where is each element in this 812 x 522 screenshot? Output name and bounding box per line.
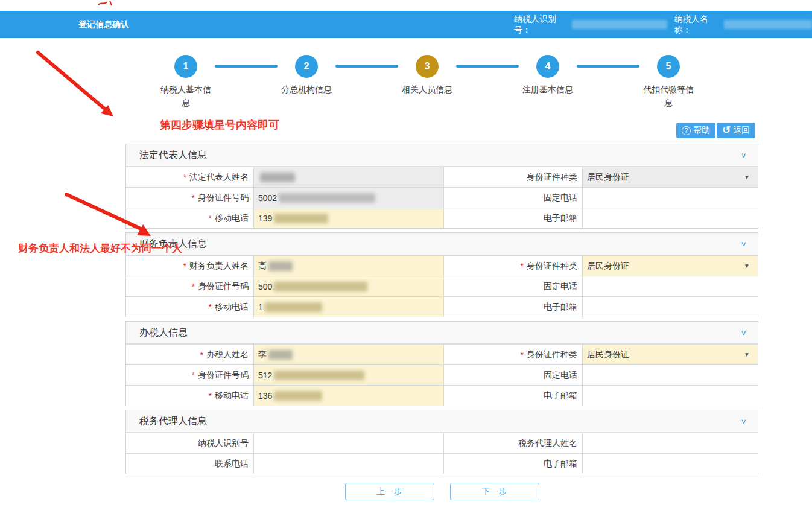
field-label-text: 固定电话 — [544, 193, 577, 203]
registration-form: 法定代表人信息∨*法定代表人姓名身份证件种类居民身份证▼*身份证件号码5002固… — [125, 144, 758, 478]
field-label-text: 身份证件种类 — [527, 261, 577, 272]
select-value: 居民身份证 — [587, 349, 629, 360]
input-field[interactable] — [582, 276, 758, 296]
value-prefix: 高 — [258, 261, 267, 272]
section-title: 财务负责人信息 — [139, 238, 741, 250]
required-star-icon: * — [183, 173, 186, 182]
previous-step-button[interactable]: 上一步 — [345, 483, 434, 500]
field-label: 身份证件种类 — [443, 167, 582, 187]
form-section: 办税人信息∨*办税人姓名李*身份证件种类居民身份证▼*身份证件号码512固定电话… — [125, 321, 758, 406]
select-field[interactable]: 居民身份证▼ — [582, 256, 758, 276]
required-star-icon: * — [192, 193, 195, 203]
input-field[interactable] — [253, 167, 443, 187]
required-star-icon: * — [200, 350, 203, 360]
section-header: 税务代理人信息∨ — [126, 410, 758, 433]
table-row: 联系电话电子邮箱 — [126, 453, 758, 474]
input-field[interactable] — [582, 386, 758, 406]
section-title: 税务代理人信息 — [139, 415, 741, 428]
input-field[interactable]: 500 — [253, 276, 443, 296]
input-field[interactable] — [582, 297, 758, 317]
required-star-icon: * — [209, 214, 212, 223]
value-prefix: 500 — [258, 282, 272, 291]
select-value: 居民身份证 — [587, 261, 629, 272]
required-star-icon: * — [209, 391, 212, 401]
input-field[interactable]: 139 — [253, 208, 443, 228]
field-label: *办税人姓名 — [126, 345, 253, 364]
field-label-text: 办税人姓名 — [206, 349, 249, 360]
input-field[interactable]: 李 — [253, 345, 443, 364]
form-section: 财务负责人信息∨*财务负责人姓名高*身份证件种类居民身份证▼*身份证件号码500… — [125, 232, 758, 317]
input-field[interactable]: 512 — [253, 365, 443, 385]
table-row: *身份证件号码500固定电话 — [126, 276, 758, 296]
field-label-text: 身份证件种类 — [527, 349, 577, 360]
table-row: *身份证件号码512固定电话 — [126, 364, 758, 385]
required-star-icon: * — [521, 350, 524, 360]
chevron-down-icon[interactable]: ∨ — [741, 151, 747, 159]
field-label-text: 电子邮箱 — [544, 213, 577, 224]
field-label: *身份证件号码 — [126, 188, 253, 208]
field-label: *移动电话 — [126, 208, 253, 228]
step-circle-3[interactable]: 3 — [416, 55, 439, 78]
input-field[interactable] — [582, 433, 758, 453]
input-field[interactable]: 5002 — [253, 188, 443, 208]
input-field[interactable] — [253, 454, 443, 474]
field-label-text: 法定代表人姓名 — [189, 172, 249, 183]
input-field[interactable] — [582, 188, 758, 208]
field-label: 电子邮箱 — [443, 297, 582, 317]
back-button[interactable]: ↺ 返回 — [717, 123, 755, 138]
field-label-text: 电子邮箱 — [544, 390, 577, 401]
field-label: 税务代理人姓名 — [443, 433, 582, 453]
input-field[interactable]: 1 — [253, 297, 443, 317]
value-prefix: 136 — [258, 391, 272, 401]
field-label-text: 固定电话 — [544, 281, 577, 292]
field-label: *法定代表人姓名 — [126, 167, 253, 187]
section-title: 办税人信息 — [139, 326, 741, 339]
input-field[interactable] — [253, 433, 443, 453]
redacted-value-blur — [268, 350, 293, 360]
field-label: *移动电话 — [126, 386, 253, 406]
field-label-text: 身份证件号码 — [198, 370, 249, 381]
step-circle-1[interactable]: 1 — [174, 55, 197, 78]
table-row: *移动电话136电子邮箱 — [126, 385, 758, 406]
step-connector-icon — [577, 65, 639, 68]
table-row: 纳税人识别号税务代理人姓名 — [126, 433, 758, 453]
required-star-icon: * — [192, 282, 195, 291]
field-label-text: 固定电话 — [544, 370, 577, 381]
step-label-2: 分总机构信息 — [270, 83, 343, 96]
redacted-value-blur — [274, 371, 364, 380]
field-label-text: 移动电话 — [215, 213, 249, 224]
input-field[interactable] — [582, 365, 758, 385]
field-label: *身份证件号码 — [126, 276, 253, 296]
help-button-label: 帮助 — [693, 125, 710, 136]
step-circle-2[interactable]: 2 — [295, 55, 318, 78]
redacted-value-blur — [268, 261, 293, 271]
step-connector-icon — [215, 65, 278, 68]
redacted-value-blur — [274, 214, 328, 223]
redacted-value-blur — [274, 282, 367, 291]
step-label-3: 相关人员信息 — [391, 83, 463, 96]
field-label-text: 纳税人识别号 — [198, 438, 249, 449]
input-field[interactable] — [582, 454, 758, 474]
chevron-down-icon[interactable]: ∨ — [741, 240, 747, 248]
input-field[interactable] — [582, 208, 758, 228]
input-field[interactable]: 136 — [253, 386, 443, 406]
field-label-text: 联系电话 — [215, 459, 249, 469]
section-header: 办税人信息∨ — [126, 322, 758, 344]
redacted-value-blur — [274, 391, 322, 401]
next-step-button[interactable]: 下一步 — [450, 483, 539, 500]
field-label: *身份证件种类 — [443, 256, 582, 276]
input-field[interactable]: 高 — [253, 256, 443, 276]
table-row: *财务负责人姓名高*身份证件种类居民身份证▼ — [126, 255, 758, 276]
select-field[interactable]: 居民身份证▼ — [582, 167, 758, 187]
select-field[interactable]: 居民身份证▼ — [582, 345, 758, 364]
field-label-text: 移动电话 — [215, 390, 249, 401]
help-button[interactable]: ? 帮助 — [676, 123, 715, 138]
chevron-down-icon[interactable]: ∨ — [741, 418, 747, 425]
chevron-down-icon[interactable]: ∨ — [741, 329, 747, 337]
step-label-1: 纳税人基本信 息 — [150, 83, 222, 110]
required-star-icon: * — [209, 302, 212, 312]
field-label: 电子邮箱 — [443, 208, 582, 228]
step-circle-5[interactable]: 5 — [657, 55, 680, 78]
section-header: 法定代表人信息∨ — [126, 144, 758, 167]
step-circle-4[interactable]: 4 — [536, 55, 559, 78]
